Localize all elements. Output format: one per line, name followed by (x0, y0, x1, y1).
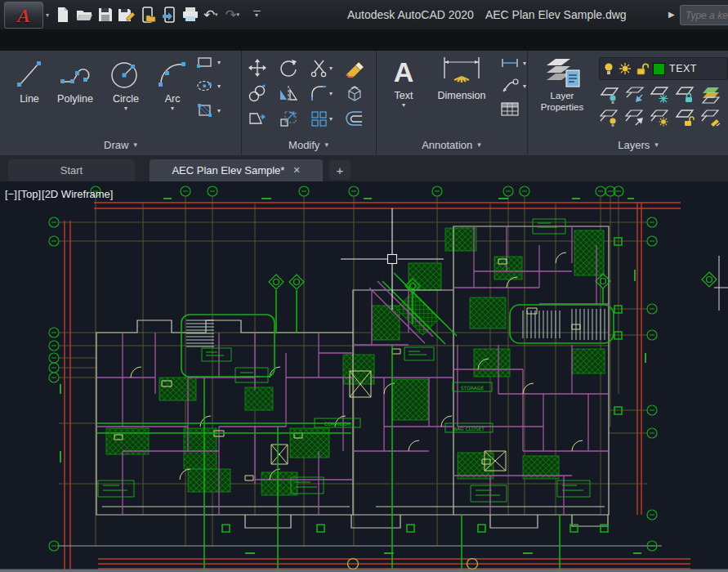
open-file-button[interactable] (74, 6, 95, 24)
explode-button[interactable] (344, 81, 375, 105)
search-flyout-arrow-icon[interactable]: ▶ (668, 10, 675, 19)
arc-button[interactable]: Arc ▾ (152, 57, 193, 112)
drawing-canvas[interactable]: [−] [Top] [2D Wireframe] (0, 181, 728, 572)
circle-flyout-arrow[interactable]: ▾ (124, 105, 127, 112)
arc-flyout-arrow[interactable]: ▾ (171, 105, 174, 112)
app-title: Autodesk AutoCAD 2020 (347, 8, 474, 21)
erase-icon (344, 58, 365, 78)
fillet-button[interactable]: ▾ (310, 81, 341, 105)
scale-icon (279, 109, 298, 128)
rotate-button[interactable] (279, 56, 310, 80)
customize-qat-button[interactable]: ▾ (246, 6, 267, 24)
polyline-label: Polyline (57, 93, 93, 105)
layers-panel-label[interactable]: Layers▾ (548, 137, 728, 152)
panel-modify: ▾ (241, 51, 376, 154)
move-button[interactable] (248, 56, 279, 80)
layer-off-icon[interactable] (599, 108, 621, 127)
modify-panel-label[interactable]: Modify▾ (241, 137, 376, 152)
layer-on-bulb-icon[interactable] (603, 62, 614, 75)
ellipse-flyout-arrow[interactable]: ▾ (217, 83, 221, 90)
layer-dropdown[interactable]: TEXT (599, 57, 728, 80)
application-menu-button[interactable]: A (4, 2, 43, 29)
plus-icon: + (337, 163, 344, 177)
text-button[interactable]: A Text ▾ (384, 56, 423, 109)
file-tab-start[interactable]: Start (8, 159, 135, 181)
dimension-mini-flyout-arrow[interactable]: ▾ (523, 60, 526, 67)
text-flyout-arrow[interactable]: ▾ (402, 102, 405, 109)
save-button[interactable] (95, 6, 116, 24)
save-to-mobile-button[interactable] (159, 6, 180, 24)
layer-color-swatch[interactable] (653, 63, 665, 75)
scale-button[interactable] (279, 106, 310, 131)
close-tab-icon[interactable]: ✕ (293, 165, 300, 176)
dimension-button[interactable]: Dimension (427, 56, 497, 101)
layer-match-icon[interactable] (624, 108, 646, 127)
layer-properties-button[interactable]: Layer Properties (532, 56, 592, 114)
circle-button[interactable]: Circle ▾ (103, 57, 149, 112)
application-menu-arrow-icon[interactable]: ▾ (46, 11, 49, 19)
erase-button[interactable] (344, 56, 375, 80)
layer-isolate-icon[interactable] (599, 85, 621, 105)
draw-panel-label[interactable]: Draw▾ (0, 137, 241, 152)
copy-button[interactable] (248, 81, 279, 105)
arc-icon (156, 57, 189, 92)
rectangle-button[interactable]: ▾ (196, 56, 221, 69)
array-button[interactable]: ▾ (310, 106, 341, 131)
plot-button[interactable] (180, 6, 201, 24)
leader-button[interactable]: ▾ (500, 78, 526, 94)
crosshair-cursor (341, 208, 444, 310)
annotation-panel-expand-icon: ▾ (477, 141, 481, 149)
new-file-button[interactable] (52, 6, 74, 24)
polyline-button[interactable]: Polyline (51, 57, 100, 105)
open-from-mobile-button[interactable] (137, 6, 159, 24)
file-tab-document[interactable]: AEC Plan Elev Sample* ✕ (150, 159, 323, 181)
fillet-flyout-arrow[interactable]: ▾ (329, 90, 333, 97)
status-bar-edge (0, 570, 728, 572)
ellipse-button[interactable]: ▾ (196, 79, 221, 93)
view-control[interactable]: [Top] (18, 188, 41, 200)
dimension-style-button[interactable]: ▾ (500, 56, 526, 70)
undo-dropdown-arrow[interactable]: ▾ (215, 11, 218, 18)
hatch-button[interactable]: ▾ (196, 103, 221, 118)
redo-dropdown-arrow[interactable]: ▾ (237, 11, 240, 18)
stretch-button[interactable] (248, 106, 279, 131)
annotation-panel-label[interactable]: Annotation▾ (376, 137, 527, 152)
save-as-button[interactable] (116, 6, 137, 24)
autocad-logo-icon: A (17, 6, 30, 25)
offset-button[interactable] (344, 106, 375, 131)
table-button[interactable] (500, 101, 526, 118)
open-from-mobile-icon (140, 7, 156, 23)
help-search-box[interactable] (680, 5, 728, 25)
leader-flyout-arrow[interactable]: ▾ (523, 83, 526, 90)
table-icon (500, 101, 520, 118)
autocad-window: { "window": { "logo_letter": "A", "app_t… (0, 0, 728, 572)
document-title: AEC Plan Elev Sample.dwg (485, 8, 627, 21)
text-label: Text (395, 90, 413, 101)
array-flyout-arrow[interactable]: ▾ (329, 115, 333, 123)
customize-chevron-icon: ▾ (255, 12, 258, 19)
line-button[interactable]: Line (8, 57, 51, 105)
arc-label: Arc (165, 93, 181, 105)
trim-flyout-arrow[interactable]: ▾ (329, 65, 333, 72)
mirror-button[interactable] (279, 81, 310, 105)
hatch-flyout-arrow[interactable]: ▾ (217, 107, 221, 114)
help-search-input[interactable] (681, 6, 728, 25)
rectangle-flyout-arrow[interactable]: ▾ (217, 59, 221, 66)
save-to-mobile-icon (161, 7, 177, 23)
new-tab-button[interactable]: + (329, 160, 351, 180)
layer-unlock-icon[interactable] (636, 62, 649, 75)
trim-button[interactable]: ▾ (310, 56, 341, 80)
layer-freeze-icon[interactable] (650, 85, 672, 105)
layer-unisolate-icon[interactable] (624, 85, 646, 105)
layer-freeze-sun-icon[interactable] (619, 62, 632, 75)
layer-lock-icon[interactable] (675, 85, 697, 105)
layer-properties-icon (542, 56, 583, 90)
layer-unlock-tool-icon[interactable] (675, 108, 697, 127)
viewport-menu-control[interactable]: [−] (5, 188, 17, 200)
layer-state-icon[interactable] (700, 108, 722, 127)
visual-style-control[interactable]: [2D Wireframe] (42, 188, 113, 200)
layer-walk-icon[interactable] (700, 85, 722, 105)
layer-thaw-icon[interactable] (650, 108, 672, 127)
draw-panel-expand-icon: ▾ (133, 141, 137, 149)
mirror-icon (279, 83, 298, 103)
